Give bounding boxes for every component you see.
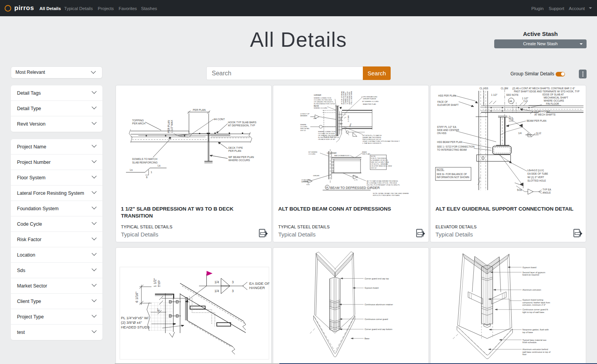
svg-text:WF BEAM PER PLAN: WF BEAM PER PLAN: [228, 156, 254, 158]
svg-text:BRG: BRG: [349, 123, 352, 127]
svg-text:TO INTERSECTING BEAM: TO INTERSECTING BEAM: [437, 148, 467, 151]
svg-text:CL GIRDER: CL GIRDER: [327, 152, 337, 154]
svg-text:wall base continuous to top of: wall base continuous to top of: [522, 351, 551, 353]
svg-text:Continuous corner guard: Continuous corner guard: [365, 318, 388, 320]
svg-text:OCCURS: OCCURS: [308, 153, 315, 155]
svg-text:6B: 6B: [509, 100, 512, 102]
svg-text:CL BM: CL BM: [501, 87, 508, 90]
svg-text:6 1/16": 6 1/16": [135, 292, 139, 303]
svg-text:compound, feather back from: compound, feather back from: [522, 301, 550, 304]
svg-text:tight to top of wall base.: tight to top of wall base.: [522, 311, 545, 313]
svg-text:6: 6: [146, 176, 148, 179]
svg-text:1 1/2": 1 1/2": [153, 278, 157, 287]
svg-text:PER PLAN: PER PLAN: [193, 109, 206, 111]
svg-text:WHERE OCCURS: WHERE OCCURS: [314, 107, 327, 109]
svg-text:EA SIDE OF TUBE: EA SIDE OF TUBE: [527, 172, 548, 175]
svg-text:SEE 6/- FOR BALANCE OF: SEE 6/- FOR BALANCE OF: [437, 173, 467, 175]
svg-text:2B: 2B: [326, 186, 328, 189]
svg-text:MEMBER: MEMBER: [300, 115, 307, 117]
svg-text:SEE 1 / S722 FOR CONNECTION: SEE 1 / S722 FOR CONNECTION: [437, 145, 475, 148]
svg-text:Typical base material see: Typical base material see: [522, 339, 546, 341]
svg-text:3/S7.02: 3/S7.02: [371, 167, 377, 169]
svg-text:extrusion, minimum 2'-0": extrusion, minimum 2'-0": [522, 304, 546, 306]
svg-text:STIFF PL 1/2" EA: STIFF PL 1/2" EA: [437, 126, 456, 128]
svg-text:W/ (1) 3" VERT: W/ (1) 3" VERT: [527, 176, 544, 179]
svg-text:#4 CONT: #4 CONT: [214, 118, 225, 121]
svg-text:6-12: 6-12: [536, 132, 541, 134]
svg-text:BEAM TO DEPRESSED GIRDER: BEAM TO DEPRESSED GIRDER: [330, 186, 380, 190]
svg-text:Neoprene gasket, flush with: Neoprene gasket, flush with: [522, 328, 549, 331]
svg-text:FIN FLOOR: FIN FLOOR: [546, 102, 559, 105]
svg-text:3/16: 3/16: [313, 117, 317, 119]
svg-text:Gypsum board setting: Gypsum board setting: [522, 299, 543, 301]
svg-text:Ls: Ls: [158, 164, 161, 167]
svg-text:MECHANICAL SHAFT: MECHANICAL SHAFT: [544, 96, 568, 99]
svg-text:DOWELS TO MATCH: DOWELS TO MATCH: [132, 158, 157, 160]
svg-text:TYP EA: TYP EA: [543, 188, 551, 191]
svg-text:IN THICKNESS FOR 3 STUD: IN THICKNESS FOR 3 STUD: [314, 103, 335, 105]
svg-text:1/4: 1/4: [518, 132, 522, 134]
svg-text:WHERE OCCURS: WHERE OCCURS: [228, 159, 250, 162]
svg-text:EXPLICITLY INDICATED ON PLANS: EXPLICITLY INDICATED ON PLANS: [373, 194, 400, 196]
svg-text:Second layer of gypsum: Second layer of gypsum: [522, 271, 545, 274]
svg-text:TYP: TYP: [511, 117, 514, 122]
svg-text:Corner guard end cap bottom: Corner guard end cap bottom: [365, 328, 393, 330]
svg-text:5/16: 5/16: [306, 184, 310, 185]
svg-text:BEAM PER PLAN: BEAM PER PLAN: [527, 119, 546, 122]
svg-text:1 1/2": 1 1/2": [522, 97, 528, 100]
svg-text:PAST SHAFT EDGE AND TERMINATE: PAST SHAFT EDGE AND TERMINATE W/ STD HOO…: [514, 90, 580, 93]
svg-text:TYP: TYP: [523, 100, 528, 103]
svg-text:PER ARCH: PER ARCH: [132, 122, 145, 125]
svg-text:Gypsum board: Gypsum board: [522, 266, 536, 269]
svg-text:EDGE OF SLAB AT: EDGE OF SLAB AT: [543, 93, 564, 96]
svg-text:GIRDER: GIRDER: [313, 175, 319, 177]
svg-text:MEMBER: MEMBER: [301, 181, 308, 183]
svg-text:Base: Base: [365, 337, 370, 340]
svg-text:finish schedule.: finish schedule.: [522, 341, 537, 344]
svg-text:6": 6": [156, 308, 160, 311]
svg-text:ELEVATOR SHAFT: ELEVATOR SHAFT: [437, 104, 459, 106]
svg-text:1: 1: [151, 171, 152, 173]
svg-text:HSS BEAM PER PLAN: HSS BEAM PER PLAN: [437, 141, 463, 143]
svg-text:MATCH BEAM ELEV: MATCH BEAM ELEV: [334, 155, 350, 156]
svg-text:INFORMATION NOT SHOWN: INFORMATION NOT SHOWN: [437, 176, 469, 179]
svg-text:3/S7.02: 3/S7.02: [300, 129, 306, 131]
svg-text:FILL L NON SHRINK: FILL L NON SHRINK: [350, 91, 352, 104]
svg-text:1/4: 1/4: [214, 289, 219, 293]
svg-text:CL HSS: CL HSS: [480, 87, 488, 90]
svg-text:TYP: TYP: [157, 280, 161, 287]
svg-text:(2) #6 x CONT AT MECH SHAFTS.: (2) #6 x CONT AT MECH SHAFTS. CONTINUE B…: [512, 87, 575, 90]
svg-text:BEAM PER PLAN: BEAM PER PLAN: [363, 103, 376, 105]
svg-text:5/16: 5/16: [517, 189, 522, 191]
svg-text:ANGLE: ANGLE: [543, 191, 551, 194]
svg-text:SIDE AND CENTER: SIDE AND CENTER: [437, 129, 459, 131]
svg-text:Gypsum board: Gypsum board: [365, 287, 379, 289]
svg-text:(2) #6 x CONT: (2) #6 x CONT: [534, 110, 550, 113]
svg-text:3: 3: [232, 289, 234, 293]
svg-text:ON EACH SIDE OF WT: ON EACH SIDE OF WT: [318, 138, 335, 140]
svg-text:3: 3: [232, 280, 234, 284]
svg-text:1 1/2": 1 1/2": [509, 116, 511, 122]
svg-text:PL 1/4"x9"x5" W/: PL 1/4"x9"x5" W/: [121, 316, 149, 320]
svg-text:GIRDER: GIRDER: [314, 94, 321, 96]
svg-text:1/4: 1/4: [214, 280, 219, 284]
svg-text:Continuous aluminum retainer: Continuous aluminum retainer: [365, 303, 393, 306]
svg-text:board as required: board as required: [522, 274, 539, 276]
svg-text:SLOTTED HOLE: SLOTTED HOLE: [527, 179, 546, 182]
svg-text:1 1/2": 1 1/2": [491, 94, 497, 96]
svg-text:Continuous corner guard fit: Continuous corner guard fit: [522, 308, 548, 311]
svg-text:Ls: Ls: [130, 168, 133, 171]
svg-text:L6x4x1/2 (LLV): L6x4x1/2 (LLV): [527, 169, 544, 172]
svg-text:AT DEPRESSION, TYP: AT DEPRESSION, TYP: [228, 124, 255, 127]
svg-text:DECK TYPE: DECK TYPE: [228, 146, 243, 149]
svg-text:PER PLAN: PER PLAN: [228, 150, 241, 152]
svg-text:TOPPING: TOPPING: [132, 119, 144, 122]
svg-text:1 1/2" MAX: 1 1/2" MAX: [170, 120, 173, 133]
svg-text:HANGER: HANGER: [249, 286, 265, 290]
svg-text:HOOK TYP SLAB BARS: HOOK TYP SLAB BARS: [228, 121, 257, 124]
svg-text:PER PLAN: PER PLAN: [167, 120, 170, 133]
svg-text:Aluminum extrusion behind: Aluminum extrusion behind: [522, 348, 548, 350]
svg-text:HEADED STUDS: HEADED STUDS: [121, 325, 150, 329]
svg-text:PER PLAN: PER PLAN: [362, 153, 370, 155]
svg-text:1'-0" MIN: 1'-0" MIN: [347, 116, 349, 122]
